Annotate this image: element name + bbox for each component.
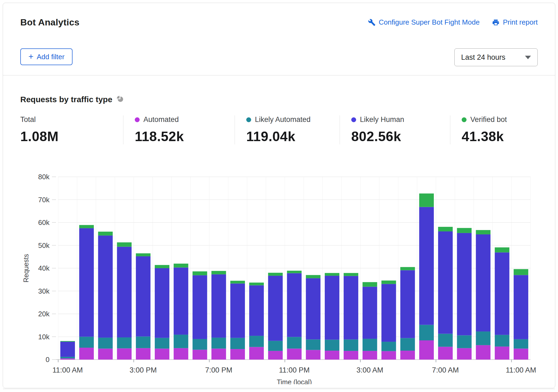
bar-segment-likely-human[interactable] <box>325 276 339 340</box>
bar-segment-likely-automated[interactable] <box>155 338 169 349</box>
bar-segment-automated[interactable] <box>79 348 94 360</box>
bar-segment-likely-automated[interactable] <box>382 342 396 351</box>
bar-segment-likely-human[interactable] <box>60 342 75 357</box>
bar-segment-automated[interactable] <box>155 348 169 360</box>
bar-segment-verified-bot[interactable] <box>174 264 188 267</box>
bar-segment-verified-bot[interactable] <box>344 273 358 276</box>
bar-segment-likely-automated[interactable] <box>325 340 339 351</box>
bar-segment-automated[interactable] <box>193 350 207 360</box>
bar-segment-likely-human[interactable] <box>476 234 491 331</box>
bar-segment-automated[interactable] <box>495 347 509 360</box>
bar-segment-likely-human[interactable] <box>136 256 150 337</box>
bar-segment-likely-automated[interactable] <box>363 339 377 351</box>
bar-segment-verified-bot[interactable] <box>419 194 434 207</box>
bar-segment-automated[interactable] <box>363 351 377 360</box>
bar-segment-likely-human[interactable] <box>117 247 132 337</box>
bar-segment-likely-automated[interactable] <box>211 338 226 349</box>
bar-segment-automated[interactable] <box>457 348 472 360</box>
bar-segment-likely-automated[interactable] <box>400 338 415 351</box>
bar-segment-likely-human[interactable] <box>344 276 358 340</box>
bar-segment-verified-bot[interactable] <box>400 267 415 270</box>
bar-segment-automated[interactable] <box>306 350 320 360</box>
bar-segment-likely-automated[interactable] <box>174 335 188 348</box>
bar-segment-verified-bot[interactable] <box>514 269 528 275</box>
bar-segment-likely-human[interactable] <box>230 284 245 338</box>
add-filter-button[interactable]: + Add filter <box>20 48 73 65</box>
bar-segment-likely-human[interactable] <box>287 273 302 337</box>
bar-segment-automated[interactable] <box>98 348 113 360</box>
bar-segment-automated[interactable] <box>400 351 415 360</box>
bar-segment-automated[interactable] <box>249 347 264 360</box>
bar-segment-likely-human[interactable] <box>174 267 188 334</box>
bar-segment-automated[interactable] <box>514 348 528 360</box>
bar-segment-likely-automated[interactable] <box>117 337 132 348</box>
bar-segment-likely-automated[interactable] <box>476 331 491 345</box>
bar-segment-likely-automated[interactable] <box>344 340 358 351</box>
bar-segment-automated[interactable] <box>325 351 339 360</box>
bar-segment-likely-human[interactable] <box>514 275 528 339</box>
bar-segment-automated[interactable] <box>136 348 150 360</box>
bar-segment-automated[interactable] <box>117 348 132 360</box>
bar-segment-likely-automated[interactable] <box>514 339 528 349</box>
time-range-select[interactable]: Last 24 hours <box>454 48 538 66</box>
bar-segment-likely-automated[interactable] <box>419 325 434 340</box>
stat-likely-automated[interactable]: Likely Automated119.04k <box>235 115 340 144</box>
stat-likely-human[interactable]: Likely Human802.56k <box>340 115 450 144</box>
bar-segment-automated[interactable] <box>174 348 188 360</box>
bar-segment-likely-human[interactable] <box>249 285 264 336</box>
bar-segment-likely-automated[interactable] <box>79 337 94 348</box>
configure-super-bot-fight-mode-link[interactable]: Configure Super Bot Fight Mode <box>368 18 480 26</box>
bar-segment-likely-human[interactable] <box>363 287 377 339</box>
bar-segment-likely-human[interactable] <box>438 231 453 334</box>
bar-segment-likely-automated[interactable] <box>249 336 264 347</box>
bar-segment-verified-bot[interactable] <box>495 247 509 253</box>
bar-segment-automated[interactable] <box>287 348 302 360</box>
bar-segment-verified-bot[interactable] <box>325 273 339 276</box>
bar-segment-verified-bot[interactable] <box>268 273 283 276</box>
bar-segment-automated[interactable] <box>438 347 453 360</box>
stat-verified-bot[interactable]: Verified bot41.38k <box>450 115 538 144</box>
bar-segment-verified-bot[interactable] <box>363 282 377 287</box>
bar-segment-automated[interactable] <box>268 351 283 360</box>
bar-segment-verified-bot[interactable] <box>117 242 132 247</box>
bar-segment-likely-automated[interactable] <box>98 338 113 349</box>
bar-segment-likely-automated[interactable] <box>457 335 472 348</box>
bar-segment-likely-human[interactable] <box>495 253 509 335</box>
bar-segment-verified-bot[interactable] <box>249 283 264 285</box>
bar-segment-likely-automated[interactable] <box>438 334 453 347</box>
bar-segment-likely-human[interactable] <box>211 274 226 338</box>
bar-segment-likely-human[interactable] <box>193 275 207 339</box>
bar-segment-likely-human[interactable] <box>79 228 94 337</box>
bar-segment-likely-human[interactable] <box>268 276 283 341</box>
bar-segment-automated[interactable] <box>344 351 358 360</box>
bar-segment-verified-bot[interactable] <box>79 225 94 228</box>
bar-segment-automated[interactable] <box>419 340 434 360</box>
bar-segment-verified-bot[interactable] <box>476 230 491 234</box>
bar-segment-verified-bot[interactable] <box>457 228 472 233</box>
bar-segment-likely-human[interactable] <box>419 207 434 325</box>
bar-segment-likely-automated[interactable] <box>136 337 150 348</box>
bar-segment-verified-bot[interactable] <box>155 265 169 268</box>
bar-segment-verified-bot[interactable] <box>211 271 226 274</box>
bar-segment-verified-bot[interactable] <box>287 271 302 273</box>
bar-segment-likely-human[interactable] <box>306 278 320 339</box>
bar-segment-verified-bot[interactable] <box>136 253 150 256</box>
bar-segment-automated[interactable] <box>230 349 245 360</box>
bar-segment-automated[interactable] <box>211 348 226 360</box>
bar-segment-likely-automated[interactable] <box>230 338 245 349</box>
bar-segment-likely-human[interactable] <box>400 270 415 338</box>
bar-segment-likely-automated[interactable] <box>495 335 509 347</box>
bar-segment-automated[interactable] <box>476 345 491 360</box>
bar-segment-verified-bot[interactable] <box>193 271 207 275</box>
bar-segment-verified-bot[interactable] <box>230 281 245 283</box>
bar-segment-likely-automated[interactable] <box>60 357 75 358</box>
bar-segment-likely-automated[interactable] <box>268 341 283 351</box>
bar-segment-automated[interactable] <box>382 351 396 360</box>
bar-segment-verified-bot[interactable] <box>98 232 113 235</box>
stat-total[interactable]: Total1.08M <box>20 115 123 144</box>
bar-segment-likely-automated[interactable] <box>306 340 320 350</box>
bar-segment-automated[interactable] <box>60 358 75 360</box>
bar-segment-verified-bot[interactable] <box>60 341 75 342</box>
bar-segment-likely-automated[interactable] <box>193 339 207 350</box>
bar-segment-likely-human[interactable] <box>382 284 396 342</box>
